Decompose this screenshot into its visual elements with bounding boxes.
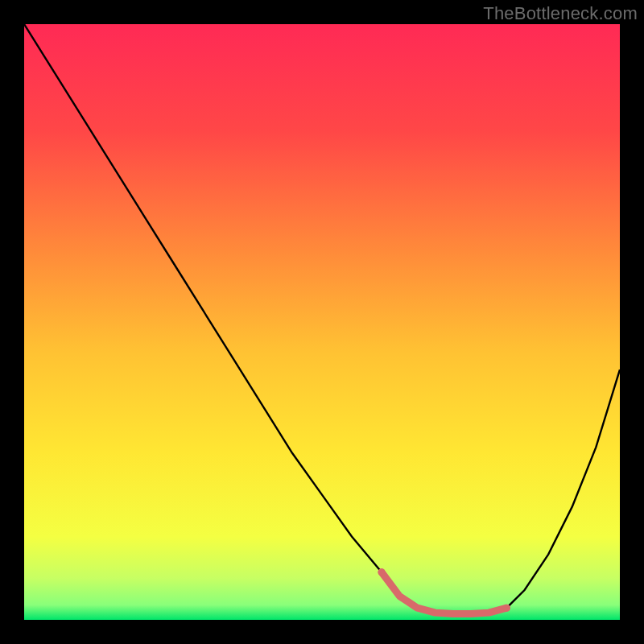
highlight-endpoint-end [503, 605, 510, 612]
watermark-text: TheBottleneck.com [483, 3, 638, 24]
bottleneck-chart [24, 24, 620, 620]
chart-frame [24, 24, 620, 620]
gradient-background [24, 24, 620, 620]
highlight-endpoint-start [378, 568, 386, 576]
